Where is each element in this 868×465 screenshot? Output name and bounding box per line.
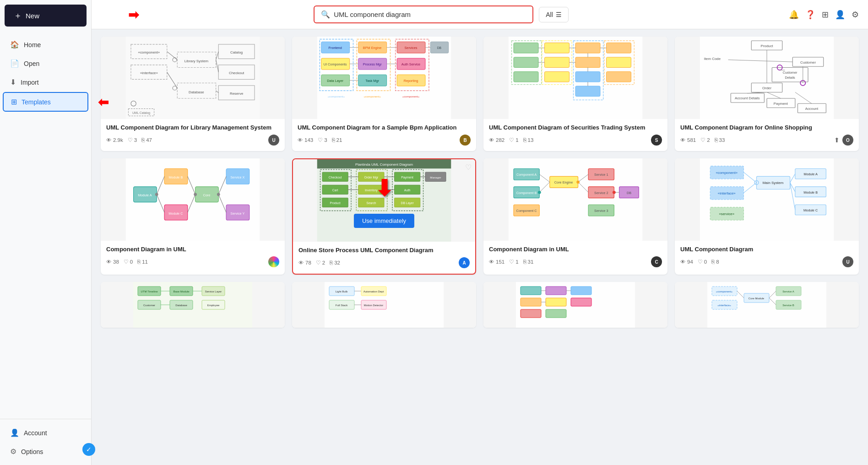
card-stats-component-uml2: 👁 151 ♡ 1 ⎘ 31 — [489, 259, 533, 265]
card-thumb-partial-2: Light Bulb Full Stack Automation Dept Mo… — [292, 282, 476, 328]
views-stat: 👁 2.9k — [106, 137, 123, 143]
grid-icon[interactable]: ⊞ — [822, 10, 829, 20]
sidebar-item-account-label: Account — [24, 429, 47, 437]
filter-menu-icon: ☰ — [556, 11, 562, 18]
svg-text:UI Components: UI Components — [324, 62, 347, 66]
new-button[interactable]: ＋ New — [5, 5, 87, 27]
card-thumb-online-shopping: Product Customer Customer Details Order … — [675, 37, 859, 119]
svg-text:«service»: «service» — [719, 212, 734, 216]
views-stat: 👁 282 — [489, 137, 505, 143]
card-stats-bpm: 👁 143 ♡ 3 ⎘ 21 — [298, 137, 342, 143]
card-body-component-uml2: Component Diagram in UML 👁 151 ♡ 1 ⎘ 31 … — [483, 241, 667, 273]
card-avatar: S — [651, 135, 662, 146]
card-online-shopping[interactable]: Product Customer Customer Details Order … — [675, 37, 859, 151]
svg-rect-71 — [607, 72, 631, 82]
card-partial-3[interactable] — [483, 282, 667, 328]
sidebar-item-open[interactable]: 📄 Open — [3, 54, 88, 72]
svg-text:Payment: Payment — [774, 102, 788, 106]
svg-text:UTM Timeline: UTM Timeline — [141, 290, 158, 293]
svg-text:Reserve: Reserve — [230, 92, 244, 96]
scroll-top-icon[interactable]: ⬆ — [834, 136, 840, 144]
card-title-securities: UML Component Diagram of Securities Trad… — [489, 124, 662, 132]
main-content: ➡ 🔍 All ☰ 🔔 ❓ ⊞ 👤 ⚙ — [92, 0, 868, 465]
svg-text:Automation Dept: Automation Dept — [363, 290, 384, 293]
svg-rect-238 — [521, 287, 541, 295]
svg-text:«component»: «component» — [402, 95, 420, 98]
topbar: ➡ 🔍 All ☰ 🔔 ❓ ⊞ 👤 ⚙ — [92, 0, 868, 29]
sidebar-item-account[interactable]: 👤 Account — [3, 424, 88, 442]
svg-rect-64 — [545, 72, 570, 82]
search-icon: 🔍 — [321, 10, 330, 19]
svg-text:Core: Core — [203, 193, 210, 197]
svg-rect-245 — [571, 298, 591, 306]
svg-text:«interface»: «interface» — [140, 71, 158, 75]
card-body-uml-simple: UML Component Diagram 👁 94 ♡ 0 ⎘ 8 U — [675, 241, 859, 273]
import-icon: ⬇ — [10, 78, 16, 87]
svg-text:Module B: Module B — [168, 175, 183, 179]
svg-rect-241 — [546, 287, 566, 295]
sidebar-bottom: 👤 Account ⚙ Options — [0, 419, 91, 465]
user-icon[interactable]: 👤 — [835, 10, 845, 20]
views-stat: 👁 143 — [298, 137, 313, 143]
sidebar-item-home[interactable]: 🏠 Home — [3, 36, 88, 54]
filter-label: All — [546, 11, 553, 18]
card-thumb-partial-3 — [483, 282, 667, 328]
svg-text:Order Mgr: Order Mgr — [364, 176, 379, 179]
likes-stat: ♡ 3 — [128, 137, 137, 143]
card-component-uml[interactable]: Module A Module B Module C Core Service … — [101, 158, 285, 275]
likes-stat: ♡ 1 — [509, 259, 518, 265]
svg-text:Service X: Service X — [230, 175, 244, 179]
views-stat: 👁 38 — [106, 259, 119, 265]
likes-stat: ♡ 0 — [124, 259, 133, 265]
svg-text:Full Stack: Full Stack — [336, 304, 348, 307]
svg-text:Checkout: Checkout — [229, 71, 244, 75]
card-stats-uml-simple: 👁 94 ♡ 0 ⎘ 8 — [680, 259, 719, 265]
card-component-uml2[interactable]: Component A Component B Component C Core… — [483, 158, 667, 275]
svg-point-186 — [538, 191, 541, 194]
svg-text:Product: Product — [760, 44, 773, 48]
views-stat: 👁 581 — [680, 137, 696, 143]
use-immediately-button[interactable]: Use immediately — [354, 214, 414, 228]
svg-point-130 — [155, 193, 158, 196]
card-meta-component-uml: 👁 38 ♡ 0 ⎘ 11 — [106, 256, 279, 267]
help-icon[interactable]: ❓ — [805, 10, 815, 20]
copies-stat: ⎘ 33 — [715, 137, 725, 143]
svg-rect-63 — [545, 57, 570, 68]
card-title-uml-library: UML Component Diagram for Library Manage… — [106, 124, 279, 132]
card-partial-4[interactable]: «component» «interface» Core Module Serv… — [675, 282, 859, 328]
svg-text:Customer: Customer — [143, 304, 155, 307]
card-stats-uml-library: 👁 2.9k ♡ 3 ⎘ 47 — [106, 137, 152, 143]
card-bpm[interactable]: Frontend UI Components Data Layer BPM En… — [292, 37, 476, 151]
card-uml-library[interactable]: «component» «interface» Library System C… — [101, 37, 285, 151]
svg-text:«interface»: «interface» — [717, 304, 731, 307]
svg-text:Library System: Library System — [184, 59, 209, 63]
heart-icon[interactable]: ♡ — [465, 163, 472, 172]
search-box: 🔍 — [314, 5, 533, 23]
gear-icon[interactable]: ⚙ — [852, 10, 859, 20]
notification-icon[interactable]: 🔔 — [789, 10, 799, 20]
sidebar-item-templates[interactable]: ⊞ Templates — [3, 92, 88, 112]
card-partial-1[interactable]: UTM Timeline Customer Base Module Databa… — [101, 282, 285, 328]
search-input[interactable] — [334, 11, 526, 18]
check-badge[interactable]: ✓ — [82, 443, 95, 456]
card-online-store[interactable]: Plantinda UML Component Diagram Checkout… — [292, 158, 476, 275]
svg-text:Cart: Cart — [332, 189, 338, 192]
svg-text:Service 1: Service 1 — [594, 173, 608, 177]
sidebar-item-options[interactable]: ⚙ Options — [3, 443, 88, 460]
new-label: New — [26, 12, 39, 20]
card-title-bpm: UML Component Diagram for a Sample Bpm A… — [298, 124, 471, 132]
account-icon: 👤 — [10, 428, 19, 437]
filter-button[interactable]: All ☰ — [539, 7, 569, 22]
svg-rect-68 — [575, 86, 600, 97]
svg-point-131 — [194, 193, 197, 196]
card-stats-online-store: 👁 78 ♡ 2 ⎘ 32 — [298, 260, 340, 266]
svg-text:DB Layer: DB Layer — [401, 201, 414, 205]
card-meta-component-uml2: 👁 151 ♡ 1 ⎘ 31 C — [489, 256, 662, 267]
card-uml-simple[interactable]: «component» «interface» «service» Main S… — [675, 158, 859, 275]
sidebar-item-import[interactable]: ⬇ Import — [3, 73, 88, 91]
card-partial-2[interactable]: Light Bulb Full Stack Automation Dept Mo… — [292, 282, 476, 328]
card-securities[interactable]: UML Component Diagram of Securities Trad… — [483, 37, 667, 151]
svg-text:Checkout: Checkout — [329, 176, 342, 179]
svg-rect-242 — [546, 298, 566, 306]
templates-icon: ⊞ — [11, 97, 17, 106]
